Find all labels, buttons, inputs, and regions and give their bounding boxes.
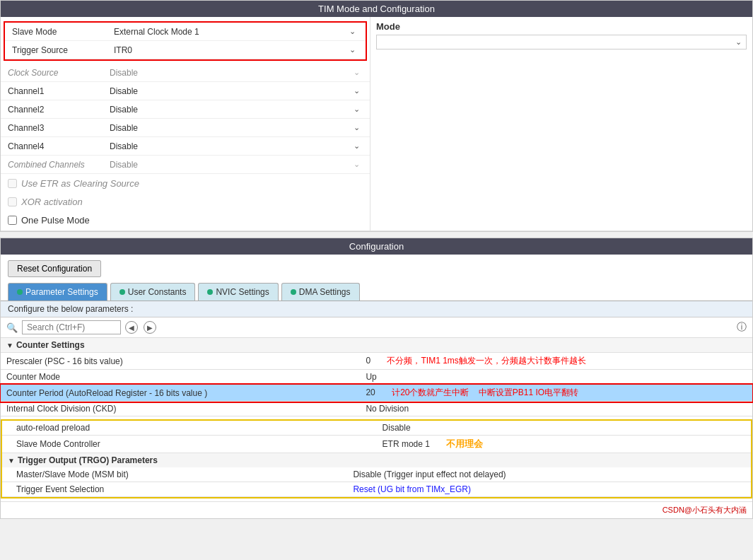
- one-pulse-label: One Pulse Mode: [21, 215, 90, 226]
- ckd-value: No Division: [360, 402, 752, 416]
- xor-row: XOR activation: [1, 192, 370, 211]
- tab-user-constants[interactable]: User Constants: [110, 283, 196, 301]
- search-icon: 🔍: [6, 322, 18, 333]
- channel1-chevron-icon: ⌄: [354, 86, 360, 95]
- channel1-label: Channel1: [8, 86, 107, 96]
- counter-settings-group: ▼ Counter Settings: [1, 338, 752, 353]
- tab-dot-icon: [17, 289, 23, 295]
- xor-checkbox[interactable]: [8, 197, 17, 206]
- table-row: Internal Clock Division (CKD) No Divisio…: [1, 402, 752, 416]
- ckd-name: Internal Clock Division (CKD): [1, 402, 360, 416]
- tab-user-constants-label: User Constants: [128, 287, 187, 297]
- mode-right-title: Mode: [376, 18, 747, 35]
- channel3-label: Channel3: [8, 123, 107, 133]
- trigger-group-label: ▼ Trigger Output (TRGO) Parameters: [8, 455, 745, 465]
- use-etr-checkbox[interactable]: [8, 179, 17, 188]
- slave-mode-label: Slave Mode: [12, 27, 111, 37]
- tab-nvic-settings[interactable]: NVIC Settings: [198, 283, 278, 301]
- config-section: Configuration Reset Configuration Parame…: [0, 238, 753, 519]
- auto-reload-name: auto-reload preload: [2, 421, 377, 436]
- channel4-label: Channel4: [8, 141, 107, 151]
- combined-channels-label: Combined Channels: [8, 160, 107, 170]
- top-title: TIM Mode and Configuration: [1, 1, 752, 17]
- clock-source-select: Disable ⌄: [107, 68, 363, 78]
- mode-left: Slave Mode External Clock Mode 1 ⌄ Trigg…: [1, 17, 370, 231]
- counter-period-row: Counter Period (AutoReload Register - 16…: [1, 385, 752, 402]
- channel3-chevron-icon: ⌄: [354, 123, 360, 132]
- trigger-source-select[interactable]: ITR0 ⌄: [111, 45, 358, 55]
- msm-bit-value: Disable (Trigger input effect not delaye…: [347, 467, 751, 482]
- search-bar: 🔍 ◀ ▶ ⓘ: [1, 317, 752, 338]
- tab-nvic-settings-label: NVIC Settings: [216, 287, 269, 297]
- trigger-event-name: Trigger Event Selection: [2, 482, 347, 497]
- slave-trigger-box: Slave Mode External Clock Mode 1 ⌄ Trigg…: [4, 21, 367, 61]
- one-pulse-checkbox[interactable]: [8, 216, 17, 225]
- counter-mode-value: Up: [360, 370, 752, 385]
- clock-source-row: Clock Source Disable ⌄: [1, 64, 370, 82]
- tab-parameter-settings[interactable]: Parameter Settings: [8, 283, 107, 301]
- yellow-box: auto-reload preload Disable Slave Mode C…: [1, 419, 752, 498]
- trigger-output-group: ▼ Trigger Output (TRGO) Parameters: [2, 453, 751, 467]
- counter-period-annotation: 计20个数就产生中断 中断设置PB11 IO电平翻转: [392, 387, 578, 397]
- group-chevron-icon: ▼: [6, 342, 13, 349]
- channel1-row: Channel1 Disable ⌄: [1, 82, 370, 100]
- slave-mode-select[interactable]: External Clock Mode 1 ⌄: [111, 27, 358, 37]
- nav-prev-button[interactable]: ◀: [125, 321, 138, 334]
- param-table: ▼ Counter Settings Prescaler (PSC - 16 b…: [1, 338, 752, 502]
- params-header: Configure the below parameters :: [1, 301, 752, 317]
- use-etr-label: Use ETR as Clearing Source: [21, 178, 139, 189]
- combined-channels-chevron-icon: ⌄: [354, 160, 360, 169]
- combined-channels-row: Combined Channels Disable ⌄: [1, 156, 370, 174]
- table-row: Slave Mode Controller ETR mode 1 不用理会: [2, 436, 751, 453]
- table-row: Counter Mode Up: [1, 370, 752, 385]
- table-row: Trigger Event Selection Reset (UG bit fr…: [2, 482, 751, 497]
- one-pulse-row: One Pulse Mode: [1, 211, 370, 229]
- tab-dma-settings[interactable]: DMA Settings: [281, 283, 360, 301]
- channel4-select[interactable]: Disable ⌄: [107, 141, 363, 151]
- tab-dot-icon: [291, 289, 296, 295]
- channel2-chevron-icon: ⌄: [354, 105, 360, 114]
- channel2-label: Channel2: [8, 105, 107, 115]
- trigger-source-row: Trigger Source ITR0 ⌄: [5, 41, 366, 59]
- slave-mode-ctrl-name: Slave Mode Controller: [2, 436, 377, 453]
- yellow-box-row: auto-reload preload Disable Slave Mode C…: [1, 416, 752, 502]
- channel1-select[interactable]: Disable ⌄: [107, 86, 363, 96]
- table-row: auto-reload preload Disable: [2, 421, 751, 436]
- trigger-chevron-icon: ▼: [8, 457, 15, 465]
- mode-row: Slave Mode External Clock Mode 1 ⌄ Trigg…: [1, 17, 752, 231]
- msm-bit-name: Master/Slave Mode (MSM bit): [2, 467, 347, 482]
- slave-mode-annotation: 不用理会: [446, 438, 483, 449]
- channel3-select[interactable]: Disable ⌄: [107, 123, 363, 133]
- nav-next-button[interactable]: ▶: [144, 321, 156, 334]
- prescaler-value: 0 不分频，TIM1 1ms触发一次，分频越大计数事件越长: [360, 353, 752, 370]
- slave-mode-row: Slave Mode External Clock Mode 1 ⌄: [5, 23, 366, 41]
- clock-source-chevron-icon: ⌄: [354, 68, 360, 77]
- prescaler-name: Prescaler (PSC - 16 bits value): [1, 353, 360, 370]
- channel2-row: Channel2 Disable ⌄: [1, 100, 370, 119]
- combined-channels-select: Disable ⌄: [107, 160, 363, 170]
- search-input[interactable]: [22, 320, 121, 334]
- config-title: Configuration: [1, 238, 752, 255]
- table-row: Prescaler (PSC - 16 bits value) 0 不分频，TI…: [1, 353, 752, 370]
- info-icon: ⓘ: [737, 321, 747, 334]
- reset-config-button[interactable]: Reset Configuration: [8, 260, 101, 277]
- mode-right: Mode ⌄: [370, 17, 752, 231]
- use-etr-row: Use ETR as Clearing Source: [1, 174, 370, 192]
- counter-mode-name: Counter Mode: [1, 370, 360, 385]
- channel2-select[interactable]: Disable ⌄: [107, 105, 363, 115]
- mode-chevron-icon: ⌄: [735, 37, 742, 47]
- counter-period-value: 20 计20个数就产生中断 中断设置PB11 IO电平翻转: [360, 385, 752, 402]
- nav-arrows: ◀ ▶: [125, 321, 156, 334]
- channel4-row: Channel4 Disable ⌄: [1, 137, 370, 156]
- tabs-container: Parameter Settings User Constants NVIC S…: [1, 283, 752, 301]
- slave-mode-ctrl-value: ETR mode 1 不用理会: [377, 436, 751, 453]
- channel3-row: Channel3 Disable ⌄: [1, 119, 370, 137]
- tab-dma-settings-label: DMA Settings: [299, 287, 351, 297]
- table-row: Master/Slave Mode (MSM bit) Disable (Tri…: [2, 467, 751, 482]
- trigger-event-value: Reset (UG bit from TIMx_EGR): [347, 482, 751, 497]
- prescaler-annotation: 不分频，TIM1 1ms触发一次，分频越大计数事件越长: [387, 356, 585, 366]
- mode-dropdown[interactable]: ⌄: [376, 35, 747, 49]
- clock-source-label: Clock Source: [8, 68, 107, 78]
- channel4-chevron-icon: ⌄: [354, 141, 360, 151]
- group-label: ▼ Counter Settings: [6, 340, 747, 350]
